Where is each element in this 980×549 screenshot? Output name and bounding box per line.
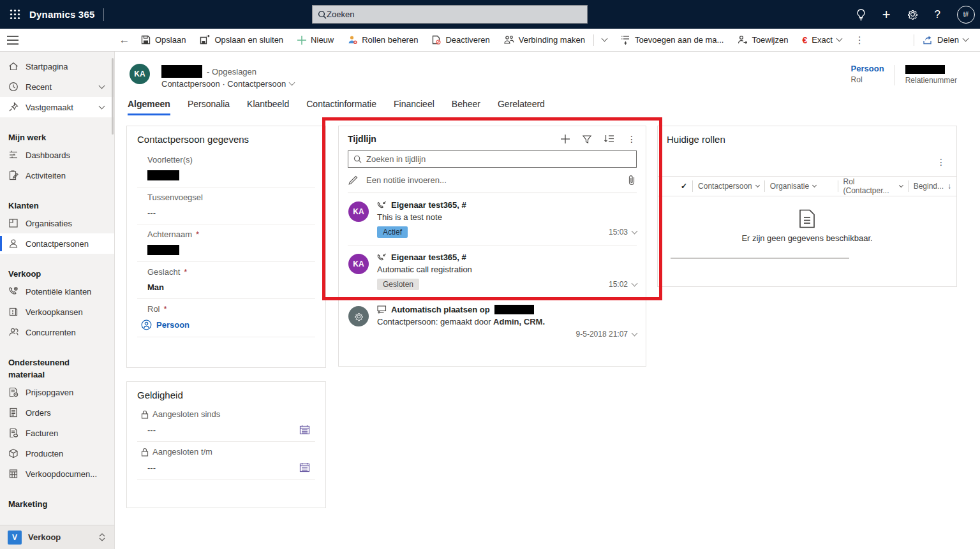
app-title[interactable]: Dynamics 365	[29, 9, 94, 20]
field-aangesloten-tm[interactable]: Aangesloten t/m ---	[137, 442, 315, 479]
sidebar-item-verkoopdocumenten[interactable]: Verkoopdocumen...	[0, 464, 114, 484]
sidebar-item-organisaties[interactable]: Organisaties	[0, 213, 114, 233]
header-role-value[interactable]: Persoon	[851, 64, 884, 73]
entry-time[interactable]: 15:03	[609, 228, 637, 237]
column-rol[interactable]: Rol (Contactper...	[838, 180, 908, 192]
share-button[interactable]: Delen	[916, 29, 975, 52]
timeline-expand-all-icon[interactable]	[604, 135, 614, 143]
connect-dropdown-chevron[interactable]	[595, 29, 614, 52]
tab-algemeen[interactable]: Algemeen	[128, 99, 170, 115]
sitemap-toggle[interactable]	[0, 36, 115, 45]
timeline-note-composer[interactable]	[348, 168, 637, 193]
sidebar-item-contactpersonen[interactable]: Contactpersonen	[0, 233, 114, 254]
share-label: Delen	[937, 35, 959, 45]
field-geslacht[interactable]: Geslacht* Man	[137, 262, 315, 299]
timeline-search-box[interactable]	[348, 150, 637, 168]
help-icon[interactable]: ?	[935, 9, 940, 20]
sidebar-item-label: Recent	[26, 82, 52, 92]
account-avatar[interactable]: t#	[957, 6, 975, 24]
calendar-icon[interactable]	[299, 462, 310, 472]
field-value: ---	[147, 208, 156, 217]
roles-more-icon[interactable]: ⋮	[937, 157, 946, 167]
column-organisatie[interactable]: Organisatie	[764, 180, 826, 192]
search-icon	[318, 10, 327, 19]
manage-roles-button[interactable]: Rollen beheren	[341, 29, 425, 52]
timeline-filter-icon[interactable]	[583, 135, 591, 143]
timeline-entry[interactable]: Automatisch plaatsen op Contactpersoon: …	[348, 298, 637, 347]
app-launcher-waffle-icon[interactable]	[0, 0, 29, 29]
field-aangesloten-sinds[interactable]: Aangesloten sinds ---	[137, 404, 315, 442]
entry-time[interactable]: 15:02	[609, 280, 637, 289]
deactivate-button[interactable]: Deactiveren	[425, 29, 496, 52]
sidebar-item-label: Prijsopgaven	[26, 388, 73, 397]
assign-button[interactable]: Toewijzen	[731, 29, 795, 52]
timeline-search-input[interactable]	[366, 154, 631, 164]
calendar-icon[interactable]	[299, 425, 310, 435]
save-and-close-button[interactable]: Opslaan en sluiten	[193, 29, 290, 52]
dashboards-icon	[8, 150, 19, 160]
sidebar-item-vastgemaakt[interactable]: Vastgemaakt	[0, 97, 114, 117]
sidebar-item-activiteiten[interactable]: Activiteiten	[0, 165, 114, 186]
record-entity-switcher[interactable]: Contactpersoon · Contactpersoon	[161, 79, 294, 89]
area-switcher[interactable]: V Verkoop	[0, 525, 115, 549]
settings-gear-icon[interactable]	[907, 9, 918, 20]
sidebar-item-label: Startpagina	[26, 62, 68, 71]
timeline-entry[interactable]: KA Eigenaar test365, # This is a test no…	[348, 193, 637, 245]
divider	[914, 34, 914, 46]
entity-line-text: Contactpersoon · Contactpersoon	[161, 79, 286, 89]
record-avatar: KA	[130, 64, 150, 84]
divider	[593, 34, 594, 46]
required-asterisk: *	[164, 304, 167, 314]
sidebar-item-facturen[interactable]: Facturen	[0, 423, 114, 443]
sidebar-item-prijsopgaven[interactable]: Prijsopgaven	[0, 382, 114, 402]
tab-gerelateerd[interactable]: Gerelateerd	[498, 99, 545, 115]
chevron-down-icon	[632, 228, 638, 234]
global-search-input[interactable]	[327, 10, 582, 19]
global-search-box[interactable]	[312, 5, 588, 24]
sidebar-item-producten[interactable]: Producten	[0, 443, 114, 464]
sidebar-item-startpagina[interactable]: Startpagina	[0, 56, 114, 77]
timeline-entry[interactable]: KA Eigenaar test365, # Automatic call re…	[348, 245, 637, 298]
field-tussenvoegsel[interactable]: Tussenvoegsel ---	[137, 187, 315, 224]
paperclip-icon[interactable]	[628, 175, 635, 186]
timeline-add-icon[interactable]	[561, 135, 570, 143]
contact-details-card: Contactpersoon gegevens Voorletter(s) Tu…	[126, 126, 326, 368]
sidebar-item-potentiele-klanten[interactable]: Potentiële klanten	[0, 281, 114, 302]
back-button[interactable]: ←	[115, 34, 134, 47]
role-lookup-link[interactable]: Persoon	[156, 320, 189, 330]
command-overflow-button[interactable]: ⋮	[849, 34, 872, 46]
connect-label: Verbinding maken	[519, 35, 585, 45]
sidebar-item-dashboards[interactable]: Dashboards	[0, 145, 114, 165]
competitors-icon	[8, 327, 19, 337]
chevron-down-icon	[899, 183, 903, 187]
sidebar-scrollbar[interactable]	[112, 58, 114, 135]
tab-contactinformatie[interactable]: Contactinformatie	[306, 99, 376, 115]
sidebar-item-recent[interactable]: Recent	[0, 77, 114, 97]
tab-klantbeeld[interactable]: Klantbeeld	[247, 99, 289, 115]
lightbulb-icon[interactable]	[856, 9, 866, 20]
column-contactpersoon[interactable]: Contactpersoon	[692, 180, 764, 192]
entry-time[interactable]: 9-5-2018 21:07	[576, 330, 637, 339]
save-button[interactable]: Opslaan	[134, 29, 193, 52]
quick-create-plus-icon[interactable]: +	[882, 8, 891, 22]
sidebar-item-concurrenten[interactable]: Concurrenten	[0, 322, 114, 342]
exact-button[interactable]: € Exact	[795, 29, 848, 52]
tab-beheer[interactable]: Beheer	[452, 99, 480, 115]
new-button[interactable]: Nieuw	[290, 29, 341, 52]
sidebar-item-label: Vastgemaakt	[26, 103, 73, 112]
timeline-more-icon[interactable]: ⋮	[627, 134, 637, 144]
tab-personalia[interactable]: Personalia	[188, 99, 230, 115]
tab-financieel[interactable]: Financieel	[394, 99, 434, 115]
connect-button[interactable]: Verbinding maken	[497, 29, 592, 52]
status-badge: Gesloten	[377, 279, 419, 290]
select-all-checkmark[interactable]: ✓	[676, 180, 692, 192]
note-input[interactable]	[366, 175, 620, 185]
roles-horizontal-scrollbar[interactable]	[671, 258, 849, 259]
sidebar-item-orders[interactable]: Orders	[0, 402, 114, 423]
add-to-marketing-list-button[interactable]: Toevoegen aan de ma...	[614, 29, 731, 52]
sidebar-item-verkoopkansen[interactable]: Verkoopkansen	[0, 302, 114, 322]
field-rol[interactable]: Rol* Persoon	[137, 299, 315, 337]
field-achternaam[interactable]: Achternaam*	[137, 224, 315, 262]
column-begindatum[interactable]: Begind...↓	[908, 180, 956, 192]
field-voorletters[interactable]: Voorletter(s)	[137, 150, 315, 187]
